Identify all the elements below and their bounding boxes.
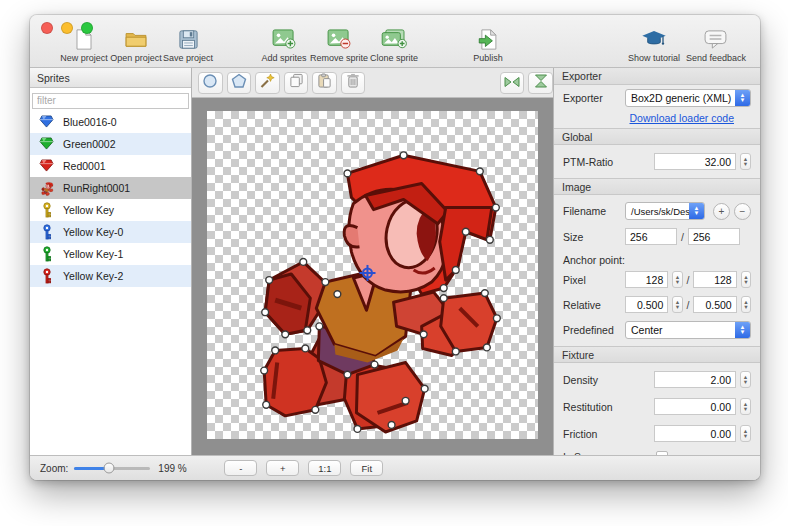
- paste-shape[interactable]: [312, 72, 337, 94]
- circle-shape-tool[interactable]: [198, 72, 223, 94]
- size-label: Size: [563, 231, 621, 243]
- circle-icon: [202, 73, 218, 93]
- gem-icon: [38, 135, 55, 152]
- zoom-out-button[interactable]: -: [224, 460, 257, 476]
- anchor-relative-x-stepper[interactable]: ▲▼: [672, 296, 682, 313]
- runner-icon: [38, 179, 55, 196]
- anchor-relative-x-input[interactable]: 0.500: [625, 296, 668, 313]
- delete-shape[interactable]: [341, 72, 366, 94]
- close-button[interactable]: [41, 22, 53, 34]
- filename-label: Filename: [563, 205, 621, 217]
- add-filename-button[interactable]: +: [713, 203, 730, 220]
- save-project-button[interactable]: Save project: [162, 28, 214, 63]
- ptm-ratio-input[interactable]: 32.00: [654, 153, 736, 170]
- gem-icon: [38, 157, 55, 174]
- save-project-icon: [179, 28, 198, 50]
- show-tutorial-icon: [641, 28, 667, 50]
- key-icon: [38, 223, 55, 240]
- anchor-relative-y-stepper[interactable]: ▲▼: [741, 296, 751, 313]
- sprite-label: Blue0016-0: [63, 116, 117, 128]
- anchor-pixel-y-input[interactable]: 128: [693, 271, 736, 288]
- sprite-list-item[interactable]: Red0001: [30, 155, 191, 177]
- magic-wand-icon: [259, 73, 275, 93]
- pentagon-icon: [231, 73, 247, 93]
- sprite-list-item[interactable]: Yellow Key-2: [30, 265, 191, 287]
- remove-filename-button[interactable]: −: [734, 203, 751, 220]
- auto-trace-tool[interactable]: [255, 72, 280, 94]
- image-section-header: Image: [554, 178, 760, 195]
- exporter-select[interactable]: Box2D generic (XML) ▲▼: [625, 89, 751, 107]
- canvas-column: [192, 68, 553, 455]
- chevron-up-down-icon: ▲▼: [735, 322, 750, 338]
- sprite-label: Red0001: [63, 160, 106, 172]
- zoom-value: 199 %: [158, 463, 192, 474]
- sprite-label: RunRight0001: [63, 182, 130, 194]
- density-stepper[interactable]: ▲▼: [740, 371, 751, 388]
- key-icon: [38, 245, 55, 262]
- flip-vertical-icon: [534, 74, 548, 92]
- exporter-section-header: Exporter: [554, 68, 760, 85]
- copy-shape[interactable]: [284, 72, 309, 94]
- sprite-label: Yellow Key: [63, 204, 114, 216]
- sprite-list-item[interactable]: Blue0016-0: [30, 111, 191, 133]
- key-icon: [38, 267, 55, 284]
- runner-sprite-with-shape[interactable]: [207, 111, 538, 439]
- ptm-ratio-label: PTM-Ratio: [563, 156, 650, 168]
- send-feedback-button[interactable]: Send feedback: [686, 28, 746, 63]
- publish-button[interactable]: Publish: [462, 28, 514, 63]
- zoom-actual-button[interactable]: 1:1: [308, 460, 341, 476]
- sprite-label: Green0002: [63, 138, 116, 150]
- trash-icon: [346, 73, 360, 92]
- download-loader-code-link[interactable]: Download loader code: [630, 112, 735, 124]
- density-input[interactable]: 2.00: [654, 371, 736, 388]
- show-tutorial-button[interactable]: Show tutorial: [628, 28, 680, 63]
- remove-sprite-button[interactable]: Remove sprite: [310, 28, 368, 63]
- sprites-sidebar: Sprites Blue0016-0 Green0002: [30, 68, 192, 455]
- flip-horizontal[interactable]: [500, 72, 525, 94]
- sprite-canvas[interactable]: [192, 98, 553, 455]
- anchor-pixel-x-stepper[interactable]: ▲▼: [672, 271, 682, 288]
- add-sprites-icon: [272, 28, 296, 50]
- zoom-slider-thumb[interactable]: [103, 463, 114, 474]
- minimize-button[interactable]: [61, 22, 73, 34]
- restitution-input[interactable]: 0.00: [654, 398, 736, 415]
- add-sprites-button[interactable]: Add sprites: [258, 28, 310, 63]
- zoom-slider[interactable]: [74, 467, 150, 470]
- anchor-relative-y-input[interactable]: 0.500: [693, 296, 736, 313]
- zoom-window-button[interactable]: [81, 22, 93, 34]
- clone-sprite-button[interactable]: Clone sprite: [368, 28, 420, 63]
- clone-sprite-icon: [381, 28, 407, 50]
- sprite-list-item[interactable]: Yellow Key: [30, 199, 191, 221]
- gem-icon: [38, 113, 55, 130]
- size-width-input[interactable]: 256: [625, 228, 677, 245]
- restitution-stepper[interactable]: ▲▼: [740, 398, 751, 415]
- open-project-button[interactable]: Open project: [110, 28, 162, 63]
- properties-panel: Exporter Exporter Box2D generic (XML) ▲▼…: [553, 68, 760, 455]
- zoom-label: Zoom:: [40, 463, 68, 474]
- chevron-up-down-icon: ▲▼: [689, 203, 704, 219]
- sprite-label: Yellow Key-1: [63, 248, 123, 260]
- friction-input[interactable]: 0.00: [654, 425, 736, 442]
- flip-vertical[interactable]: [528, 72, 553, 94]
- friction-stepper[interactable]: ▲▼: [740, 425, 751, 442]
- sprite-label: Yellow Key-0: [63, 226, 123, 238]
- polygon-shape-tool[interactable]: [227, 72, 252, 94]
- send-feedback-icon: [704, 28, 727, 50]
- zoom-in-button[interactable]: +: [266, 460, 299, 476]
- sprite-list-item-selected[interactable]: RunRight0001: [30, 177, 191, 199]
- sprite-list-item[interactable]: Yellow Key-0: [30, 221, 191, 243]
- anchor-pixel-y-stepper[interactable]: ▲▼: [741, 271, 751, 288]
- sprite-list: Blue0016-0 Green0002 Red0001: [30, 111, 191, 287]
- sprite-filter-input[interactable]: [32, 93, 189, 109]
- filename-select[interactable]: /Users/sk/Desktop/S ▲▼: [625, 202, 705, 220]
- fixture-section-header: Fixture: [554, 346, 760, 363]
- sprite-list-item[interactable]: Green0002: [30, 133, 191, 155]
- predefined-label: Predefined: [563, 324, 621, 336]
- size-height-input[interactable]: 256: [688, 228, 740, 245]
- predefined-anchor-select[interactable]: Center ▲▼: [625, 321, 751, 339]
- friction-label: Friction: [563, 428, 650, 440]
- zoom-fit-button[interactable]: Fit: [350, 460, 383, 476]
- ptm-ratio-stepper[interactable]: ▲▼: [740, 153, 751, 170]
- anchor-pixel-x-input[interactable]: 128: [625, 271, 668, 288]
- sprite-list-item[interactable]: Yellow Key-1: [30, 243, 191, 265]
